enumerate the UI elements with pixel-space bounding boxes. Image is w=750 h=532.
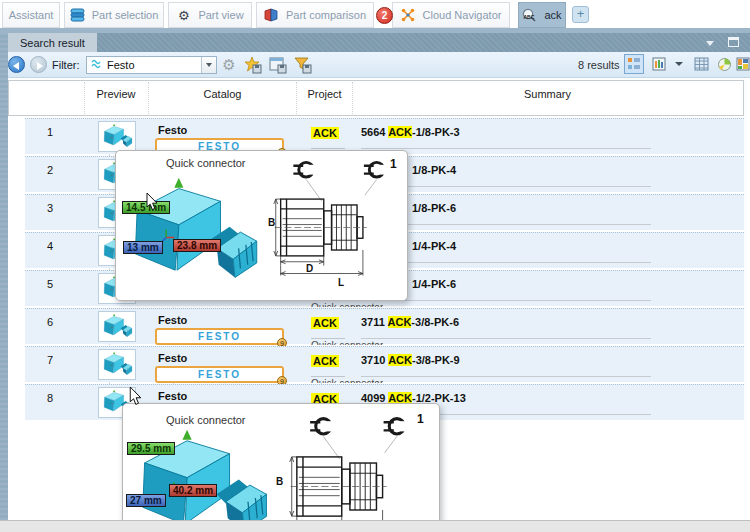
new-search-tab-button[interactable]: + <box>572 6 589 23</box>
thumbnail-view-caret-icon[interactable] <box>675 62 683 66</box>
festo-logo: FESTO 9 <box>155 366 284 383</box>
tab-part-view[interactable]: ⚙ Part view <box>168 2 252 28</box>
dimension-letter-b: B <box>276 476 283 487</box>
column-header-preview[interactable]: Preview <box>84 88 148 100</box>
project-description-clipped: Quick connector <box>311 378 383 383</box>
save-result-button[interactable] <box>269 56 287 74</box>
summary-text: 5664 ACK-1/8-PK-3 <box>361 126 460 138</box>
catalog-name: Festo <box>158 314 187 326</box>
panel-titlebar <box>0 33 750 52</box>
dimension-letter-d: D <box>306 263 313 274</box>
column-header-catalog[interactable]: Catalog <box>148 88 297 100</box>
part-preview-thumbnail[interactable] <box>98 121 136 152</box>
abc-glyph: ABC <box>523 14 534 20</box>
catalog-name: Festo <box>158 352 187 364</box>
part-3d-render <box>119 169 264 297</box>
project-name-highlighted: ACK <box>311 355 339 367</box>
dimension-letter-b: B <box>268 217 275 228</box>
save-search-favorite-button[interactable] <box>244 56 262 74</box>
parts-stack-icon <box>70 8 85 23</box>
thumbnail-view-icon <box>652 57 666 71</box>
divider <box>361 338 651 339</box>
summary-text: 1/8-PK-6 <box>412 202 456 214</box>
table-view-button[interactable] <box>691 54 711 74</box>
list-view-button[interactable] <box>624 54 644 74</box>
row-number: 2 <box>35 164 65 176</box>
table-row[interactable]: 7 Festo FESTO 9 ACK Quick connector 3710… <box>25 346 744 382</box>
panel-menu-caret-icon[interactable] <box>706 41 714 46</box>
part-preview-thumbnail[interactable] <box>98 349 136 380</box>
divider <box>361 148 651 149</box>
tab-part-selection[interactable]: Part selection <box>64 2 164 28</box>
star-save-icon <box>244 56 262 74</box>
project-name-highlighted: ACK <box>311 127 339 139</box>
table-view-icon <box>694 57 709 71</box>
filter-type-icon <box>91 59 103 71</box>
divider <box>311 148 345 149</box>
settings-gear-button[interactable]: ⚙ <box>220 56 238 74</box>
forward-button[interactable] <box>30 56 47 73</box>
dimension-label-blue: 13 mm <box>123 241 163 254</box>
mouse-cursor <box>146 193 158 211</box>
filter-dropdown-button[interactable] <box>201 57 216 73</box>
cloud-navigator-icon <box>401 8 416 23</box>
tab-label: Part comparison <box>286 9 366 21</box>
status-bar <box>0 520 750 532</box>
tab-label: Part view <box>198 9 243 21</box>
wrench-count-badge: 1 <box>390 157 397 171</box>
part-preview-thumbnail[interactable] <box>98 311 136 342</box>
tab-assistant[interactable]: Assistant <box>2 2 60 28</box>
mosaic-view-icon <box>736 57 750 71</box>
tab-cloud-navigator[interactable]: Cloud Navigator <box>392 2 510 28</box>
thumbnail-view-button[interactable] <box>649 54 669 74</box>
column-divider <box>296 82 297 114</box>
summary-text: 1/4-PK-4 <box>412 240 456 252</box>
search-abc-icon: ABC <box>522 8 537 23</box>
panel-left-edge <box>0 33 8 520</box>
divider <box>311 338 345 339</box>
application-window: Assistant Part selection ⚙ Part view Par… <box>0 0 750 532</box>
catalog-name: Festo <box>158 124 187 136</box>
row-number: 5 <box>35 278 65 290</box>
summary-text: 1/8-PK-4 <box>412 164 456 176</box>
mosaic-view-button[interactable] <box>733 54 750 74</box>
part-preview-tooltip: Quick connector 29.5 mm 40.2 mm 27 mm 1 … <box>122 403 440 532</box>
column-header-project[interactable]: Project <box>297 88 352 100</box>
project-name-highlighted: ACK <box>311 317 339 329</box>
row-number: 4 <box>35 240 65 252</box>
forward-arrow-icon <box>37 62 43 70</box>
tab-label: Cloud Navigator <box>423 9 502 21</box>
technical-drawing <box>273 412 435 532</box>
filter-combobox[interactable]: Festo <box>86 56 217 74</box>
festo-logo-text: FESTO <box>198 331 241 342</box>
list-view-icon <box>627 57 641 71</box>
tab-part-comparison[interactable]: Part comparison <box>256 2 374 28</box>
search-result-panel-tab[interactable]: Search result <box>8 33 97 52</box>
festo-logo: FESTO 9 <box>155 328 284 345</box>
column-divider <box>148 82 149 114</box>
dimension-letter-l: L <box>338 277 344 288</box>
festo-logo-text: FESTO <box>198 369 241 380</box>
comparison-count-badge: 2 <box>376 7 393 24</box>
table-row[interactable]: 1 Festo FESTO 9 ACK Quick connector 5664… <box>25 118 744 154</box>
dimension-label-red: 23.8 mm <box>173 239 221 252</box>
column-header-summary[interactable]: Summary <box>352 88 743 100</box>
panel-maximize-icon[interactable] <box>728 37 739 47</box>
column-divider <box>352 82 353 114</box>
back-arrow-icon <box>13 62 19 70</box>
save-filter-button[interactable] <box>294 56 312 74</box>
part-preview-tooltip: Quick connector 14.5 mm 13 mm 23.8 mm 1 … <box>115 150 408 301</box>
back-button[interactable] <box>8 56 25 73</box>
part-thumbnail-icon <box>100 351 134 378</box>
tooltip-title: Quick connector <box>166 414 245 426</box>
tab-label: ack <box>544 9 561 21</box>
part-thumbnail-icon <box>100 123 134 150</box>
summary-text: 1/4-PK-6 <box>412 278 456 290</box>
table-row[interactable]: 6 Festo FESTO 9 ACK Quick connector 3711… <box>25 308 744 344</box>
dimension-label-green: 29.5 mm <box>127 442 175 455</box>
classification-icon <box>717 57 732 72</box>
classification-view-button[interactable] <box>714 54 734 74</box>
filter-label: Filter: <box>52 59 80 71</box>
tab-ack-active[interactable]: ABC ack <box>518 2 566 28</box>
project-description-clipped: Quick connector <box>311 340 383 345</box>
